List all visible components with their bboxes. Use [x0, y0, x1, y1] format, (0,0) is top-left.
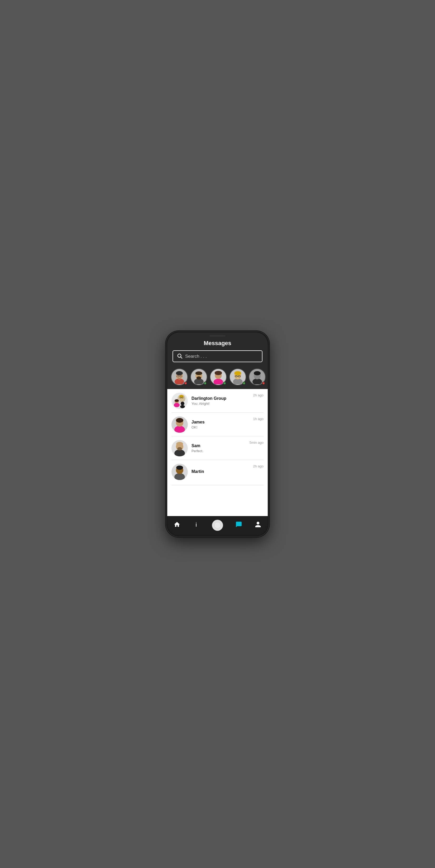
contact-name: Sam: [191, 443, 246, 448]
nav-profile[interactable]: [252, 520, 264, 530]
message-time: 1h ago: [253, 417, 263, 421]
svg-point-12: [214, 379, 223, 384]
contact-avatar: [172, 464, 188, 480]
messages-list: Darlington Group You: Alright! 2h ago Ja: [167, 389, 268, 516]
svg-point-17: [234, 371, 241, 375]
bottom-nav: [167, 516, 268, 535]
search-placeholder: Search . . .: [185, 354, 207, 359]
contact-avatar: [172, 440, 188, 456]
message-content: Darlington Group You: Alright!: [191, 396, 249, 406]
search-bar[interactable]: Search . . .: [173, 350, 262, 362]
status-dot-green: [223, 382, 226, 385]
svg-point-57: [214, 522, 221, 528]
phone-shell: Messages Search . . .: [166, 332, 269, 536]
message-item[interactable]: Sam Perfect. 5min ago: [167, 436, 268, 460]
message-preview: You: Alright!: [191, 402, 249, 406]
svg-point-49: [176, 442, 183, 446]
svg-point-45: [176, 418, 183, 423]
home-icon: [174, 521, 180, 529]
svg-line-1: [181, 357, 182, 358]
svg-rect-56: [196, 523, 196, 527]
message-content: Sam Perfect.: [191, 443, 246, 453]
svg-point-4: [176, 371, 183, 375]
message-content: James OK!: [191, 420, 249, 429]
nav-home[interactable]: [171, 520, 183, 530]
contact-avatar: [172, 416, 188, 433]
page-title: Messages: [173, 340, 262, 347]
story-item[interactable]: [210, 369, 227, 385]
message-item[interactable]: Martin 2h ago: [167, 460, 268, 485]
svg-point-54: [176, 466, 183, 470]
story-item[interactable]: [249, 369, 266, 385]
svg-point-10: [195, 371, 202, 375]
person-icon: [255, 521, 261, 529]
status-dot-green: [204, 382, 207, 385]
svg-point-38: [174, 403, 180, 407]
story-item[interactable]: [190, 369, 207, 385]
nav-center[interactable]: [209, 519, 226, 532]
search-icon: [177, 353, 183, 360]
message-preview: OK!: [191, 425, 249, 429]
message-preview: Perfect.: [191, 449, 246, 453]
nav-info[interactable]: [190, 520, 202, 530]
contact-name: Martin: [191, 469, 249, 474]
svg-point-50: [177, 447, 182, 450]
message-content: Martin: [191, 469, 249, 475]
svg-point-40: [181, 402, 184, 405]
message-item[interactable]: James OK! 1h ago: [167, 413, 268, 436]
svg-point-15: [233, 378, 243, 384]
svg-point-14: [215, 371, 222, 375]
contact-name: Darlington Group: [191, 396, 249, 401]
nav-messages[interactable]: [233, 520, 245, 530]
center-circle: [212, 520, 223, 531]
svg-point-2: [175, 378, 184, 384]
message-time: 5min ago: [250, 441, 263, 444]
app-header: Messages Search . . .: [167, 333, 268, 366]
status-dot-green: [243, 382, 246, 385]
group-avatar: [172, 393, 188, 409]
svg-point-23: [254, 371, 261, 375]
message-time: 2h ago: [253, 464, 263, 468]
svg-point-41: [180, 405, 185, 408]
svg-rect-55: [196, 522, 196, 523]
phone-screen: Messages Search . . .: [167, 333, 268, 535]
status-dot-red: [262, 382, 265, 385]
status-dot-red: [184, 382, 187, 385]
svg-point-11: [196, 376, 201, 379]
svg-point-37: [175, 399, 179, 402]
contact-name: James: [191, 420, 249, 425]
stories-row: [167, 366, 268, 389]
message-time: 2h ago: [253, 393, 263, 397]
story-item[interactable]: [171, 369, 188, 385]
info-icon: [193, 521, 199, 529]
story-item[interactable]: [229, 369, 246, 385]
chat-icon: [236, 521, 242, 529]
message-item[interactable]: Darlington Group You: Alright! 2h ago: [167, 389, 268, 413]
svg-point-21: [252, 378, 262, 384]
